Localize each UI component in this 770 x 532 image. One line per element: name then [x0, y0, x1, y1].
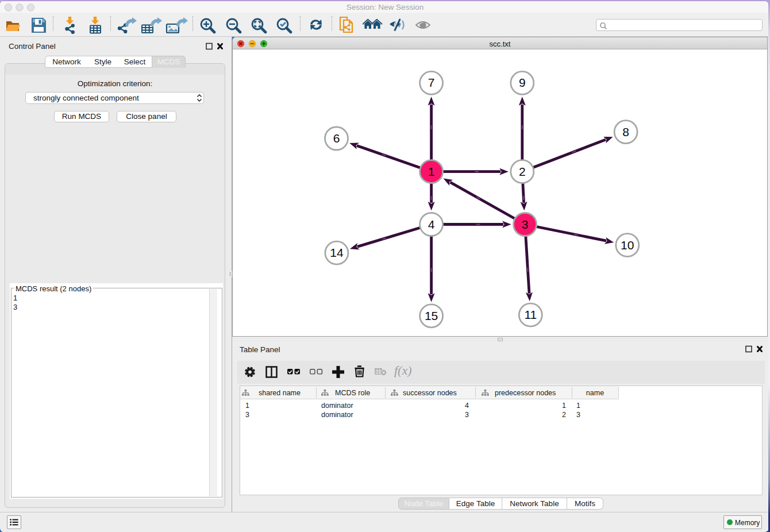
- svg-text:8: 8: [622, 125, 629, 138]
- svg-text:1: 1: [428, 165, 435, 178]
- svg-text:14: 14: [330, 246, 344, 259]
- svg-text:10: 10: [621, 238, 634, 252]
- svg-text:9: 9: [519, 76, 526, 89]
- svg-text:11: 11: [524, 308, 537, 321]
- svg-text:3: 3: [522, 218, 529, 231]
- svg-text:6: 6: [333, 132, 340, 145]
- svg-text:2: 2: [519, 165, 526, 178]
- svg-text:7: 7: [428, 76, 435, 89]
- svg-text:4: 4: [428, 218, 435, 231]
- svg-text:15: 15: [425, 309, 438, 322]
